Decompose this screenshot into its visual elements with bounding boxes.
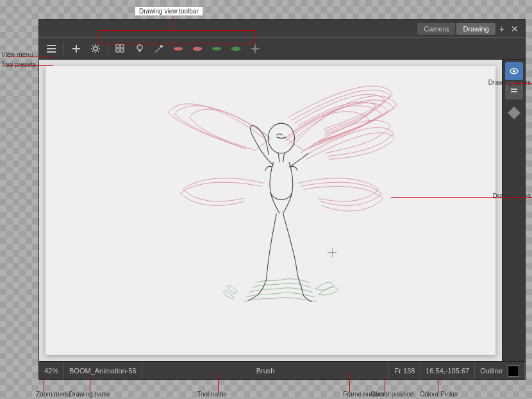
status-bar: 42% BOOM_Animation-56 Brush Fr 138 16.54… — [39, 361, 525, 379]
drawing-area-label: Drawing area — [493, 192, 531, 200]
drawing-name-text: BOOM_Animation-56 — [69, 367, 137, 375]
svg-point-9 — [174, 47, 183, 50]
right-panel — [502, 60, 525, 361]
grid-button[interactable] — [112, 40, 129, 57]
add-view-button[interactable]: + — [497, 22, 507, 35]
svg-point-8 — [160, 45, 163, 47]
hamburger-icon — [47, 45, 56, 53]
view-menu-label: View menu — [1, 51, 33, 58]
svg-point-7 — [137, 45, 142, 50]
tab-drawing[interactable]: Drawing — [456, 23, 495, 35]
lightbulb-icon — [134, 43, 145, 55]
separator-1 — [63, 42, 64, 55]
svg-rect-6 — [121, 49, 124, 52]
frame-number-anno-line — [349, 373, 350, 393]
zoom-anno-line — [44, 373, 44, 393]
top-bar: Camera Drawing + ✕ — [39, 20, 525, 38]
tool-green-2[interactable] — [228, 40, 244, 57]
plus-icon — [71, 43, 82, 55]
tab-area: Camera Drawing + ✕ — [417, 22, 521, 35]
toolbar-label-text: Drawing view toolbar — [139, 8, 199, 15]
layer-icon — [509, 85, 519, 96]
tool-presets-line — [6, 65, 53, 66]
close-view-button[interactable]: ✕ — [508, 22, 521, 35]
tab-camera[interactable]: Camera — [417, 23, 455, 35]
svg-point-2 — [94, 47, 97, 51]
tool-presets-label: Tool presets — [1, 61, 36, 68]
frame-number-text: Fr 138 — [394, 367, 415, 375]
brush-flat-icon-3 — [211, 43, 222, 55]
settings-button[interactable] — [87, 40, 104, 57]
colour-label: Outline — [480, 367, 503, 375]
cursor-pos-anno-line — [385, 373, 385, 393]
svg-rect-22 — [511, 91, 517, 92]
svg-rect-21 — [511, 89, 517, 90]
cursor-position-text: 16.54,-105.67 — [426, 367, 469, 375]
tool-name-text: Brush — [256, 367, 275, 375]
drawing-name-anno-line — [90, 373, 90, 393]
svg-rect-3 — [116, 44, 119, 47]
cursor-position-display: 16.54,-105.67 — [420, 362, 475, 379]
gear-icon — [90, 43, 101, 55]
view-menu-line — [6, 56, 53, 56]
view-menu-button[interactable] — [43, 40, 60, 57]
brush-button-1[interactable] — [151, 40, 167, 57]
tool-name-label: Tool name — [197, 391, 227, 398]
svg-point-10 — [193, 46, 202, 50]
colour-picker-label: Colour Picker — [420, 391, 458, 398]
toolbar-label-box: Drawing view toolbar — [135, 6, 203, 16]
brush-flat-icon-1 — [172, 43, 184, 55]
svg-rect-4 — [121, 44, 124, 47]
tool-name-display: Brush — [142, 362, 390, 379]
zoom-menu-label: Zoom menu — [36, 391, 70, 398]
toolbar-bracket-bottom — [99, 44, 254, 44]
tool-name-anno-line — [218, 373, 219, 393]
colour-swatch[interactable] — [508, 365, 519, 377]
tool-row — [39, 38, 525, 60]
light-button[interactable] — [131, 40, 148, 57]
tool-cross[interactable] — [247, 40, 263, 57]
frame-number-label: Frame number — [343, 391, 369, 398]
svg-point-20 — [513, 70, 515, 72]
drawing-canvas[interactable] — [46, 66, 495, 355]
drawing-layers-line — [506, 83, 532, 84]
grid-icon — [115, 43, 126, 55]
brush-flat-icon-4 — [230, 43, 242, 55]
drawing-layers-label: Drawing layers — [488, 79, 531, 86]
toolbar-bracket-left — [99, 30, 100, 44]
brush-small-icon — [153, 43, 165, 55]
svg-point-11 — [212, 47, 221, 50]
toolbar-bracket-right — [254, 30, 255, 44]
toolbar-area: Camera Drawing + ✕ — [39, 20, 525, 60]
zoom-value: 42% — [44, 367, 58, 375]
drawing-svg — [46, 66, 495, 355]
colour-display[interactable]: Outline — [475, 362, 525, 379]
drawing-name-display: BOOM_Animation-56 — [64, 362, 142, 379]
brush-flat-icon-2 — [192, 43, 203, 55]
eye-icon — [509, 66, 519, 76]
svg-point-12 — [231, 46, 240, 51]
tool-red-2[interactable] — [189, 40, 206, 57]
cursor-position-label: Cursor position — [370, 391, 403, 398]
toolbar-bracket-top — [99, 30, 254, 31]
svg-rect-5 — [116, 49, 119, 52]
main-window: Camera Drawing + ✕ — [38, 19, 526, 380]
add-preset-button[interactable] — [68, 40, 85, 57]
frame-number-display: Fr 138 — [389, 362, 420, 379]
layers-view-button[interactable] — [505, 62, 523, 80]
tool-green-1[interactable] — [208, 40, 225, 57]
drawing-area-line — [391, 197, 532, 198]
cross-hair-icon — [249, 43, 261, 55]
diamond-button[interactable] — [508, 106, 520, 119]
drawing-area[interactable] — [39, 60, 502, 361]
colour-picker-anno-line — [438, 373, 438, 393]
tool-red-1[interactable] — [170, 40, 187, 57]
zoom-display[interactable]: 42% — [39, 362, 64, 379]
